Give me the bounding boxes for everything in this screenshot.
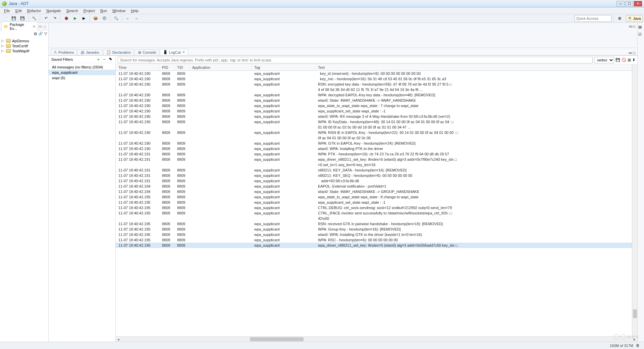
log-row[interactable]: 11-07 18:40:42.19588098809wpa_supplicant…: [116, 200, 632, 205]
log-row[interactable]: 11-07 18:40:42.19488098809wpa_supplicant…: [116, 184, 632, 189]
display-settings-icon[interactable]: ▥: [628, 58, 631, 62]
new-icon[interactable]: 📄: [1, 15, 9, 22]
menu-navigate[interactable]: Navigate: [44, 8, 63, 13]
log-row[interactable]: 11-07 18:40:42.19088098809wpa_supplicant…: [116, 141, 632, 146]
minimize-editor-icon[interactable]: ▭: [629, 24, 632, 29]
log-row[interactable]: 11-07 18:40:42.19588098809wpa_supplicant…: [116, 194, 632, 200]
log-row[interactable]: 11-07 18:40:42.19088098809wpa_supplicant…: [116, 98, 632, 103]
filter-item[interactable]: wpa_supplicant: [49, 70, 115, 75]
log-row[interactable]: 11-07 18:40:42.19588098809wpa_supplicant…: [116, 210, 632, 216]
twisty-icon[interactable]: ▷: [1, 39, 5, 43]
log-row[interactable]: 4 ef 08 5d 36 3d d5 82 11 f5 75 1f a7 9e…: [116, 87, 632, 92]
column-pid[interactable]: PID: [159, 64, 174, 70]
collapse-all-icon[interactable]: ⊟: [34, 32, 37, 36]
minimize-view-icon[interactable]: ▭: [629, 51, 632, 55]
close-button[interactable]: ✕: [634, 1, 642, 6]
log-row[interactable]: 0f ac 04 01 00 00 0f ac 02 0c 00: [116, 135, 632, 141]
twisty-icon[interactable]: ▷: [1, 49, 5, 53]
scroll-lock-icon[interactable]: ⬇: [632, 58, 635, 62]
log-row[interactable]: 01 00 00 0f ac 02 0c 00 dd 16 00 0f ac 0…: [116, 124, 632, 130]
trash-icon[interactable]: 🗑: [636, 343, 641, 348]
menu-refactor[interactable]: Refactor: [24, 8, 44, 13]
java-perspective-button[interactable]: ☕ Java: [626, 15, 643, 22]
logcat-search-input[interactable]: [118, 57, 593, 63]
log-row[interactable]: 11-07 18:40:42.19488098809wpa_supplicant…: [116, 189, 632, 194]
run-icon[interactable]: ▶: [71, 15, 79, 22]
redo-icon[interactable]: ↷: [51, 15, 58, 22]
log-row[interactable]: 42\x00: [116, 216, 632, 221]
project-testwapiif[interactable]: ▷TestWapiIf: [0, 48, 48, 53]
outline-icon[interactable]: ▤: [638, 25, 644, 30]
log-row[interactable]: 11-07 18:40:42.19588098809wpa_supplicant…: [116, 237, 632, 243]
log-row[interactable]: 11-07 18:40:42.19088098809wpa_supplicant…: [116, 114, 632, 119]
tab-javadoc[interactable]: @Javadoc: [77, 49, 102, 55]
close-icon[interactable]: ✕: [182, 50, 185, 54]
package-explorer-tab[interactable]: 📁 Package Ex... ✕: [1, 21, 38, 31]
log-row[interactable]: 11-07 18:40:42.19088098809wpa_supplicant…: [116, 103, 632, 108]
menu-run[interactable]: Run: [98, 8, 110, 13]
project-apidemos[interactable]: ▷ApiDemos: [0, 38, 48, 43]
log-row[interactable]: 11-07 18:40:42.19188098809wpa_supplicant…: [116, 167, 632, 173]
log-row[interactable]: 11-07 18:40:42.19088098809wpa_supplicant…: [116, 92, 632, 98]
column-tid[interactable]: TID: [174, 64, 190, 70]
menu-file[interactable]: File: [1, 8, 13, 13]
scrollbar-thumb[interactable]: [633, 309, 637, 318]
forward-icon[interactable]: →: [133, 15, 140, 22]
minimize-view-icon[interactable]: ▭: [38, 24, 42, 29]
log-row[interactable]: 11-07 18:40:42.19188098809wpa_supplicant…: [116, 157, 632, 162]
menu-window[interactable]: Window: [110, 8, 128, 13]
log-row[interactable]: 11-07 18:40:42.19088098809wpa_supplicant…: [116, 119, 632, 124]
filter-item[interactable]: wapi (6): [49, 75, 115, 81]
column-time[interactable]: Time: [116, 64, 159, 70]
build-icon[interactable]: 🔨: [31, 15, 38, 22]
log-row[interactable]: 11-07 18:40:42.19188098809wpa_supplicant…: [116, 173, 632, 178]
save-all-icon[interactable]: 💾: [19, 15, 26, 22]
menu-search[interactable]: Search: [64, 8, 81, 13]
scroll-left-icon[interactable]: ◂: [116, 337, 121, 342]
vertical-scrollbar[interactable]: [632, 64, 637, 336]
run-last-icon[interactable]: ▶: [80, 15, 88, 22]
log-row[interactable]: 11-07 18:40:42.19088098809wpa_supplicant…: [116, 146, 632, 151]
maximize-view-icon[interactable]: □: [43, 24, 47, 29]
scrollbar-thumb[interactable]: [250, 337, 304, 341]
task-list-icon[interactable]: ☑: [638, 32, 644, 38]
log-row[interactable]: 11-07 18:40:42.19088098809wpa_supplicant…: [116, 71, 632, 76]
column-tag[interactable]: Tag: [252, 64, 315, 70]
link-editor-icon[interactable]: 🔗: [38, 32, 43, 36]
tab-declaration[interactable]: 📋Declaration: [103, 49, 134, 55]
log-row[interactable]: 11-07 18:40:42.19088098809wpa_supplicant…: [116, 76, 632, 82]
add-filter-icon[interactable]: +: [96, 57, 101, 62]
project-testcertif[interactable]: ▷TestCertIf: [0, 43, 48, 48]
new-package-icon[interactable]: 📦: [92, 15, 99, 22]
log-row[interactable]: 11-07 18:40:42.19588098809wpa_supplicant…: [116, 243, 632, 248]
tab-logcat[interactable]: 📱LogCat ✕: [160, 49, 188, 55]
log-row[interactable]: 11-07 18:40:42.19088098809wpa_supplicant…: [116, 108, 632, 114]
twisty-icon[interactable]: ▷: [1, 44, 5, 48]
back-icon[interactable]: ←: [124, 15, 131, 22]
close-icon[interactable]: ✕: [33, 24, 36, 29]
clear-log-icon[interactable]: 🚫: [622, 58, 626, 62]
log-row[interactable]: 11-07 18:40:42.19588098809wpa_supplicant…: [116, 221, 632, 227]
new-class-icon[interactable]: Ⓒ: [101, 15, 108, 22]
minimize-button[interactable]: —: [616, 1, 625, 6]
menu-edit[interactable]: Edit: [13, 8, 24, 13]
log-row[interactable]: 11-07 18:40:42.19588098809wpa_supplicant…: [116, 227, 632, 232]
maximize-editor-icon[interactable]: □: [633, 24, 635, 29]
menu-project[interactable]: Project: [81, 8, 98, 13]
search-icon[interactable]: 🔍: [112, 15, 120, 22]
edit-filter-icon[interactable]: ✎: [108, 57, 113, 62]
log-row[interactable]: 11-07 18:40:42.19588098809wpa_supplicant…: [116, 232, 632, 237]
maximize-view-icon[interactable]: □: [633, 51, 635, 55]
column-application[interactable]: Application: [190, 64, 252, 70]
view-menu-icon[interactable]: ▽: [44, 32, 47, 36]
log-row[interactable]: =0 set_tx=1 seq_len=6 key_len=16: [116, 162, 632, 167]
log-row[interactable]: 11-07 18:40:42.19188098809wpa_supplicant…: [116, 178, 632, 184]
horizontal-scrollbar[interactable]: ◂ ▸: [116, 336, 637, 342]
undo-icon[interactable]: ↶: [42, 15, 50, 22]
save-icon[interactable]: 💾: [10, 15, 17, 22]
maximize-button[interactable]: ☐: [625, 1, 633, 6]
log-row[interactable]: 11-07 18:40:42.19188098809wpa_supplicant…: [116, 151, 632, 157]
quick-access-input[interactable]: [575, 15, 611, 22]
tab-problems[interactable]: ⚠Problems: [51, 49, 77, 55]
open-perspective-icon[interactable]: ⊞: [616, 15, 623, 22]
